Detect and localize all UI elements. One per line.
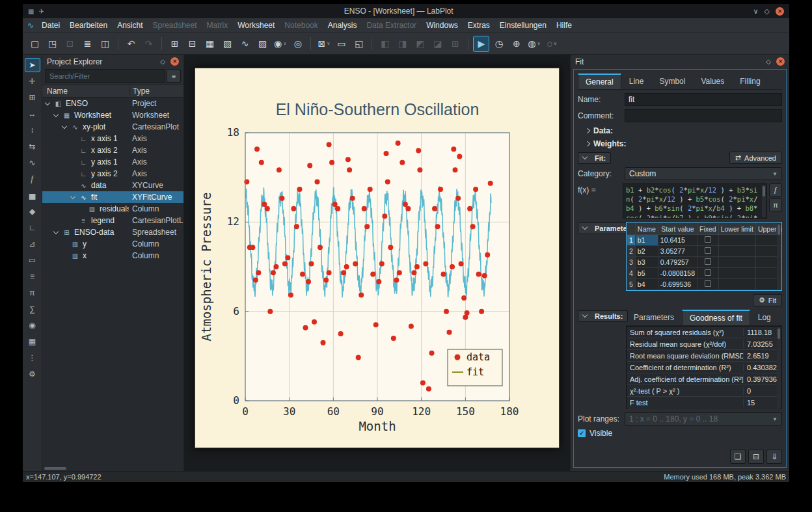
fixed-checkbox[interactable] <box>705 236 711 243</box>
parameter-name[interactable]: b3 <box>635 257 658 268</box>
menu-analysis[interactable]: Analysis <box>323 20 362 31</box>
data-point[interactable] <box>344 264 349 269</box>
data-point[interactable] <box>353 261 358 266</box>
magnification-button[interactable]: ◌∨ <box>544 36 560 52</box>
data-point[interactable] <box>368 187 373 192</box>
parameter-lower-limit[interactable] <box>718 246 755 257</box>
more-vertical-tool-button[interactable]: ⋮ <box>25 351 40 365</box>
data-point[interactable] <box>414 264 420 269</box>
data-point[interactable] <box>277 167 282 172</box>
parameter-name[interactable]: b1 <box>635 235 658 246</box>
expander-icon[interactable] <box>53 228 59 234</box>
tree-item-xy-plot[interactable]: ∿xy-plotCartesianPlot <box>42 121 183 133</box>
data-point[interactable] <box>350 196 355 201</box>
worksheet-canvas[interactable]: 0306090120150180061218El Niño-Southern O… <box>195 68 559 448</box>
parameters-scrollbar[interactable] <box>777 223 781 290</box>
new-project-button[interactable]: ▢ <box>27 36 43 52</box>
zoom-y-tool-button[interactable]: ↕ <box>25 123 40 137</box>
tab-filling[interactable]: Filling <box>732 74 768 89</box>
parameter-row-b3[interactable]: 3b30.479257 <box>627 257 783 268</box>
data-point[interactable] <box>282 261 288 266</box>
data-point[interactable] <box>385 180 390 185</box>
formula-scrollbar[interactable] <box>762 185 766 217</box>
parameter-start-value[interactable]: 0.479257 <box>658 257 697 268</box>
data-point[interactable] <box>373 322 379 327</box>
data-point[interactable] <box>364 224 370 229</box>
data-point[interactable] <box>370 271 375 276</box>
data-point[interactable] <box>455 196 461 201</box>
tree-item-x-axis-1[interactable]: ∟x axis 1Axis <box>42 133 183 144</box>
data-point[interactable] <box>470 224 476 229</box>
data-point[interactable] <box>416 148 421 154</box>
results-tab-goodness-of-fit[interactable]: Goodness of fit <box>682 310 750 325</box>
tree-item-enso-data[interactable]: ⊞ENSO-dataSpreadsheet <box>42 226 183 238</box>
close-dock-icon[interactable]: ✕ <box>170 57 179 66</box>
settings-tool-button[interactable]: ⚙ <box>25 367 40 381</box>
x-axis-label[interactable]: Month <box>359 419 396 433</box>
data-point[interactable] <box>359 293 364 298</box>
data-point[interactable] <box>435 224 440 229</box>
tab-line[interactable]: Line <box>621 74 652 89</box>
new-spreadsheet-button[interactable]: ⊞ <box>167 36 183 52</box>
parameter-start-value[interactable]: 10.6415 <box>658 235 697 246</box>
shade-window-button[interactable]: ∨ <box>753 7 758 16</box>
data-section-toggle[interactable]: Data: <box>578 126 782 135</box>
data-point[interactable] <box>447 330 452 335</box>
data-point[interactable] <box>327 270 332 275</box>
data-point[interactable] <box>394 278 399 283</box>
search-input[interactable] <box>45 69 165 83</box>
data-point[interactable] <box>265 206 270 211</box>
data-point[interactable] <box>467 206 472 211</box>
horizontal-scrollbar[interactable] <box>42 466 183 471</box>
insert-function-button[interactable]: ƒ <box>769 183 782 196</box>
add-image-tool-button[interactable]: ▦ <box>25 334 40 349</box>
menu-windows[interactable]: Windows <box>422 20 463 31</box>
data-point[interactable] <box>291 206 296 211</box>
new-notebook-button[interactable]: ▧ <box>219 36 236 52</box>
tree-item-y[interactable]: ▥yColumn <box>42 238 183 250</box>
data-point[interactable] <box>250 245 255 250</box>
data-point[interactable] <box>321 340 326 345</box>
data-point[interactable] <box>479 309 484 314</box>
data-point[interactable] <box>285 255 290 260</box>
save-settings-button[interactable]: ⊟ <box>748 450 764 464</box>
results-tab-log[interactable]: Log <box>750 310 779 325</box>
parameter-name[interactable]: b5 <box>635 268 658 279</box>
fixed-checkbox[interactable] <box>705 258 711 265</box>
add-curve-tool-button[interactable]: ∿ <box>25 155 40 170</box>
data-point[interactable] <box>457 154 462 159</box>
data-point[interactable] <box>300 271 305 276</box>
new-worksheet-button[interactable]: ▦ <box>202 36 218 52</box>
add-boxplot-tool-button[interactable]: ◆ <box>25 204 40 219</box>
data-point[interactable] <box>376 279 381 284</box>
data-point[interactable] <box>441 271 446 276</box>
close-window-button[interactable]: ✕ <box>776 7 784 16</box>
tree-item-residuals[interactable]: ▥residualsColumn <box>42 203 183 215</box>
parameter-row-b1[interactable]: 1b110.6415 <box>627 235 783 246</box>
data-point[interactable] <box>423 261 428 266</box>
data-point[interactable] <box>329 160 334 165</box>
column-header-type[interactable]: Type <box>129 87 183 96</box>
parameter-name[interactable]: b4 <box>635 279 658 290</box>
data-point[interactable] <box>323 278 329 283</box>
fullscreen-button[interactable]: ⊕ <box>508 36 524 52</box>
crosshair-tool-button[interactable]: ✛ <box>25 74 40 88</box>
data-point[interactable] <box>391 336 396 341</box>
data-point[interactable] <box>356 355 361 360</box>
data-point[interactable] <box>417 167 422 172</box>
zoom-region-button[interactable]: ▭ <box>333 36 349 52</box>
expander-icon[interactable] <box>70 193 75 198</box>
new-matrix-button[interactable]: ⊟ <box>184 36 200 52</box>
tree-item-y-axis-2[interactable]: ∟y axis 2Axis <box>42 168 183 180</box>
tree-item-x-axis-2[interactable]: ∟x axis 2Axis <box>42 144 183 156</box>
fixed-checkbox[interactable] <box>705 280 711 287</box>
data-point[interactable] <box>426 386 431 392</box>
data-point[interactable] <box>409 324 414 329</box>
open-project-button[interactable]: ◳ <box>44 36 61 52</box>
data-point[interactable] <box>259 160 264 165</box>
parameter-lower-limit[interactable] <box>718 268 755 279</box>
data-point[interactable] <box>396 141 401 146</box>
add-formula-tool-button[interactable]: π <box>25 286 40 300</box>
run-fit-button[interactable]: ⚙ Fit <box>753 294 782 306</box>
name-field[interactable] <box>625 93 782 106</box>
